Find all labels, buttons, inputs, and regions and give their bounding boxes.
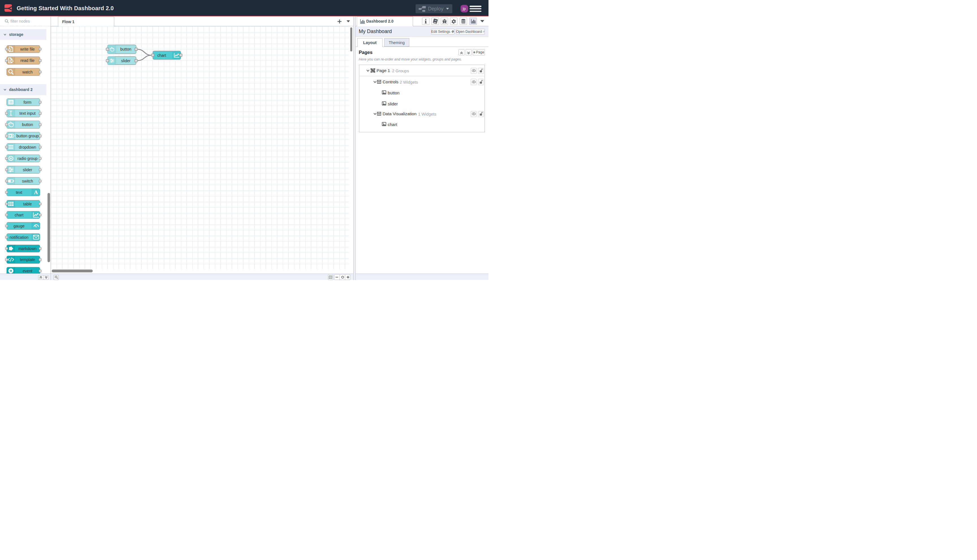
- svg-text:chart: chart: [157, 53, 166, 58]
- svg-text:slider: slider: [121, 58, 130, 63]
- svg-text:button: button: [120, 47, 132, 52]
